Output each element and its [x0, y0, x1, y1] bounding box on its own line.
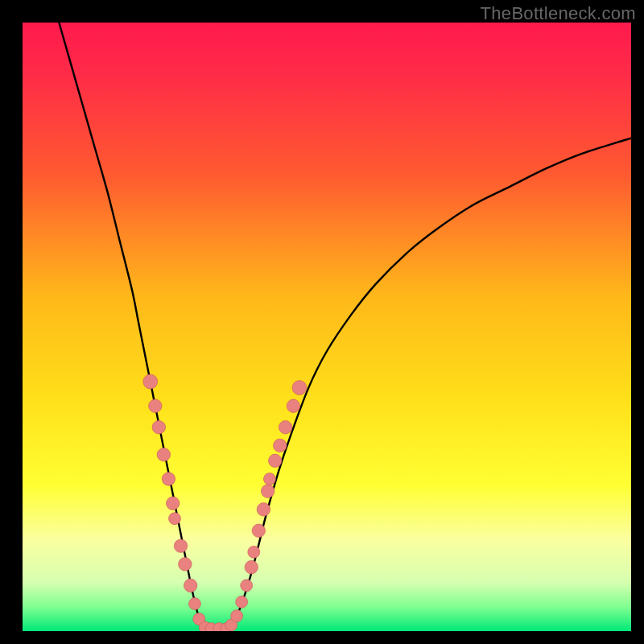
data-marker — [279, 420, 292, 434]
data-marker — [162, 473, 175, 486]
data-marker — [157, 448, 171, 462]
data-marker — [257, 503, 270, 517]
data-marker — [245, 560, 258, 574]
data-marker — [143, 374, 158, 389]
watermark-text: TheBottleneck.com — [481, 3, 636, 24]
data-marker — [274, 439, 287, 452]
data-marker — [231, 610, 243, 622]
data-marker — [152, 420, 166, 434]
data-marker — [248, 546, 260, 558]
data-marker — [236, 596, 248, 608]
data-marker — [292, 381, 307, 395]
chart-frame — [23, 23, 631, 631]
data-marker — [149, 399, 163, 413]
data-marker — [287, 399, 300, 413]
data-marker — [252, 524, 266, 538]
gradient-background — [23, 23, 631, 631]
bottleneck-chart — [23, 23, 631, 631]
data-marker — [184, 579, 197, 592]
data-marker — [179, 558, 192, 572]
data-marker — [261, 485, 275, 498]
data-marker — [188, 597, 200, 609]
data-marker — [166, 497, 180, 510]
data-marker — [263, 473, 275, 485]
data-marker — [174, 539, 188, 553]
data-marker — [169, 513, 181, 525]
data-marker — [268, 454, 282, 468]
data-marker — [241, 580, 253, 592]
